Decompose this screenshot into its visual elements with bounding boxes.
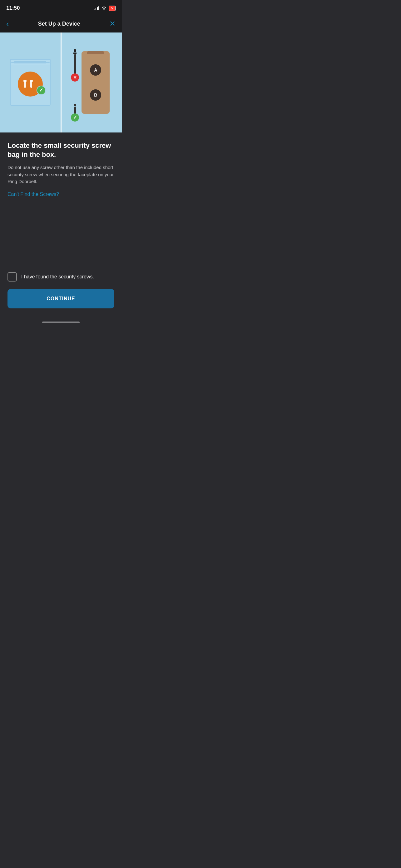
checkbox-label: I have found the security screws.: [21, 274, 94, 280]
check-badge-left: ✓: [37, 86, 46, 95]
security-screws-checkbox[interactable]: [7, 272, 17, 281]
wifi-icon: [101, 6, 107, 11]
back-button[interactable]: ‹: [6, 20, 9, 28]
content-area: Locate the small security screw bag in t…: [0, 132, 122, 204]
x-badge: ✕: [71, 73, 79, 82]
close-button[interactable]: ✕: [109, 19, 115, 28]
right-content: ✕ ✓ A B: [70, 46, 113, 119]
checkbox-row: I have found the security screws.: [7, 272, 114, 281]
page-title: Set Up a Device: [38, 21, 80, 27]
screw-bag-illustration: ✓: [0, 32, 61, 132]
bag-body: ✓: [10, 62, 51, 106]
nav-header: ‹ Set Up a Device ✕: [0, 15, 122, 32]
battery-icon: 5: [109, 6, 115, 11]
home-bar: [42, 321, 80, 323]
long-screw-group: ✕: [73, 50, 76, 76]
spacer: [0, 204, 122, 266]
bag-label-a: A: [90, 64, 101, 75]
screws-column: ✕ ✓: [73, 50, 76, 116]
content-heading: Locate the small security screw bag in t…: [7, 141, 114, 159]
status-icons: 5: [94, 6, 115, 11]
screw-comparison-illustration: ✕ ✓ A B: [62, 32, 122, 132]
home-indicator: [0, 318, 122, 326]
status-bar: 11:50 5: [0, 0, 122, 15]
svg-rect-0: [24, 81, 26, 88]
svg-rect-2: [24, 80, 26, 81]
screw-bag: ✓: [10, 59, 51, 106]
svg-rect-3: [30, 81, 32, 88]
status-time: 11:50: [6, 5, 20, 11]
illustration-area: ✓ ✕: [0, 32, 122, 132]
svg-rect-5: [30, 80, 32, 81]
help-link[interactable]: Can't Find the Screws?: [7, 191, 59, 197]
check-badge-right: ✓: [71, 114, 79, 122]
signal-icon: [94, 6, 99, 10]
bottom-section: I have found the security screws. CONTIN…: [0, 266, 122, 318]
content-body: Do not use any screw other than the incl…: [7, 164, 114, 185]
battery-level: 5: [109, 6, 115, 11]
short-screw-group: ✓: [74, 104, 76, 116]
bag-label-b: B: [90, 89, 101, 101]
continue-button[interactable]: CONTINUE: [7, 289, 114, 308]
brown-bag: A B: [81, 51, 110, 114]
